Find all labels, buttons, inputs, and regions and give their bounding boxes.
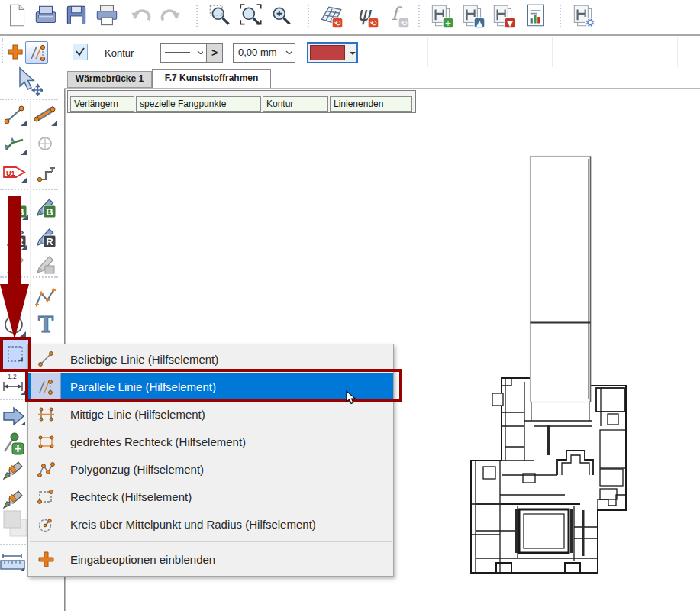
psi-update-button[interactable]: ψ⟲ xyxy=(353,2,379,30)
circle-radius-icon xyxy=(31,510,61,538)
disabled-region-tool[interactable] xyxy=(2,509,30,539)
snap-button-1[interactable]: Verlängern xyxy=(70,96,134,112)
menu-item-plus[interactable]: Eingabeoptionen einblenden xyxy=(28,545,393,573)
chevron-down-icon xyxy=(285,50,292,54)
mouse-cursor xyxy=(346,390,357,406)
toolbar-separator xyxy=(2,38,5,63)
frame-settings-button[interactable] xyxy=(570,2,596,30)
measure-line-tool[interactable] xyxy=(2,102,28,128)
mesh-update-button[interactable]: ⟲ xyxy=(318,2,344,30)
menu-item-label: Eingabeoptionen einblenden xyxy=(70,553,215,566)
svg-text:⟲: ⟲ xyxy=(401,18,408,27)
dashed-rect-icon xyxy=(31,483,61,510)
ruler-tool[interactable] xyxy=(0,550,27,580)
chevron-down-icon xyxy=(197,50,203,54)
undo-button[interactable] xyxy=(128,2,154,30)
toolbar-section-separator xyxy=(427,37,428,67)
parallel-line-icon xyxy=(27,42,48,63)
select-tool[interactable] xyxy=(11,66,43,96)
text-tool[interactable]: T xyxy=(33,312,59,339)
toolbar-section-separator xyxy=(552,37,553,67)
snap-settings-toolbar: Verlängernspezielle FangpunkteKonturLini… xyxy=(67,90,416,113)
menu-item-label: Beliebige Linie (Hilfselement) xyxy=(70,353,218,366)
menu-item-label: Rechteck (Hilfselement) xyxy=(70,490,192,503)
toolbar-separator xyxy=(560,5,563,27)
rotated-rect-icon xyxy=(31,428,61,455)
edit-pen1-tool[interactable] xyxy=(1,457,28,485)
sidebar-separator xyxy=(0,544,26,545)
line-style-sample xyxy=(161,44,192,62)
save-button[interactable] xyxy=(63,2,89,30)
add-input-options-button[interactable] xyxy=(6,43,24,61)
menu-item-label: Kreis über Mittelpunkt und Radius (Hilfs… xyxy=(70,518,316,531)
svg-text:+: + xyxy=(445,18,452,27)
menu-item-dashed-rect[interactable]: Rechteck (Hilfselement) xyxy=(28,483,393,510)
frame-export-button[interactable]: ▼ xyxy=(490,2,516,30)
u1-boundary-tool[interactable]: U1 xyxy=(2,160,29,185)
gray-pen-right-tool[interactable] xyxy=(33,252,59,278)
assign-r-tool[interactable]: R xyxy=(33,225,59,252)
print-button[interactable] xyxy=(94,2,120,30)
annotation-box-tool xyxy=(0,337,31,372)
document-panel-border xyxy=(64,88,700,89)
tab-1[interactable]: Wärmebrücke 1 xyxy=(67,71,152,88)
menu-item-label: Mittige Linie (Hilfselement) xyxy=(70,408,205,421)
redo-button[interactable] xyxy=(157,2,183,30)
plus-icon xyxy=(31,545,61,573)
sidebar-separator xyxy=(0,399,26,400)
polyline-tool[interactable] xyxy=(33,284,59,312)
menu-item-label: gedrehtes Rechteck (Hilfselement) xyxy=(70,435,246,448)
parallel-line-tool-button[interactable] xyxy=(25,41,48,64)
next-tool[interactable] xyxy=(1,404,28,428)
measure-band-tool[interactable] xyxy=(33,102,59,128)
svg-text:B: B xyxy=(46,206,53,218)
frame-import-button[interactable]: ▲ xyxy=(460,2,485,30)
zoom-original-button[interactable] xyxy=(238,2,264,30)
report-button[interactable] xyxy=(522,2,548,30)
menu-item-rotated-rect[interactable]: gedrehtes Rechteck (Hilfselement) xyxy=(28,428,393,455)
frame-new-button[interactable]: + xyxy=(428,2,454,30)
line-style-combo[interactable] xyxy=(160,43,207,63)
tool-options-dropdown[interactable] xyxy=(73,44,88,60)
open-button[interactable] xyxy=(33,2,59,30)
svg-text:U1: U1 xyxy=(6,170,15,177)
pin-add-tool[interactable] xyxy=(1,430,28,457)
sidebar-separator xyxy=(0,99,58,100)
snap-button-4[interactable]: Linienenden xyxy=(330,96,412,112)
tab-2[interactable]: F.7 Kunststoffrahmen xyxy=(152,69,271,88)
pipe-tool[interactable] xyxy=(34,162,57,185)
new-document-button[interactable] xyxy=(4,2,30,30)
menu-separator xyxy=(30,541,392,542)
menu-item-circle-radius[interactable]: Kreis über Mittelpunkt und Radius (Hilfs… xyxy=(28,510,393,538)
zoom-plus-button[interactable] xyxy=(269,2,295,30)
line-style-more-button[interactable]: > xyxy=(206,43,223,63)
kontur-label: Kontur xyxy=(105,47,134,59)
dimension-tool[interactable]: 1.2 xyxy=(1,371,28,397)
svg-text:⟲: ⟲ xyxy=(334,18,341,27)
frame-drawing xyxy=(450,145,700,580)
snap-button-3[interactable]: Kontur xyxy=(263,96,328,112)
toolbar-border xyxy=(0,34,700,36)
assign-b-tool[interactable]: B xyxy=(33,195,59,222)
menu-item-center-line[interactable]: Mittige Linie (Hilfselement) xyxy=(28,400,393,428)
annotation-arrow xyxy=(0,196,31,348)
line-color-picker[interactable] xyxy=(307,42,358,63)
toolbar-separator xyxy=(196,5,200,27)
snap-button-2[interactable]: spezielle Fangpunkte xyxy=(136,96,261,112)
angle-tool[interactable] xyxy=(2,131,28,157)
zoom-window-button[interactable] xyxy=(208,2,234,30)
function-disabled-button[interactable]: f⟲ xyxy=(384,2,410,30)
polyline-icon xyxy=(31,455,61,483)
svg-text:1.2: 1.2 xyxy=(8,373,17,380)
sidebar-separator xyxy=(0,189,58,190)
svg-text:▼: ▼ xyxy=(507,18,514,27)
color-picker-dropdown[interactable] xyxy=(347,45,357,60)
menu-item-polyline[interactable]: Polygonzug (Hilfselement) xyxy=(28,455,393,483)
svg-text:⟲: ⟲ xyxy=(370,18,377,27)
svg-text:T: T xyxy=(38,313,53,337)
color-swatch xyxy=(310,45,345,60)
line-width-combo[interactable]: 0,00 mm xyxy=(233,43,295,63)
svg-text:▲: ▲ xyxy=(476,18,483,27)
circle-disabled-tool[interactable] xyxy=(34,133,57,156)
line-width-value: 0,00 mm xyxy=(238,47,277,58)
